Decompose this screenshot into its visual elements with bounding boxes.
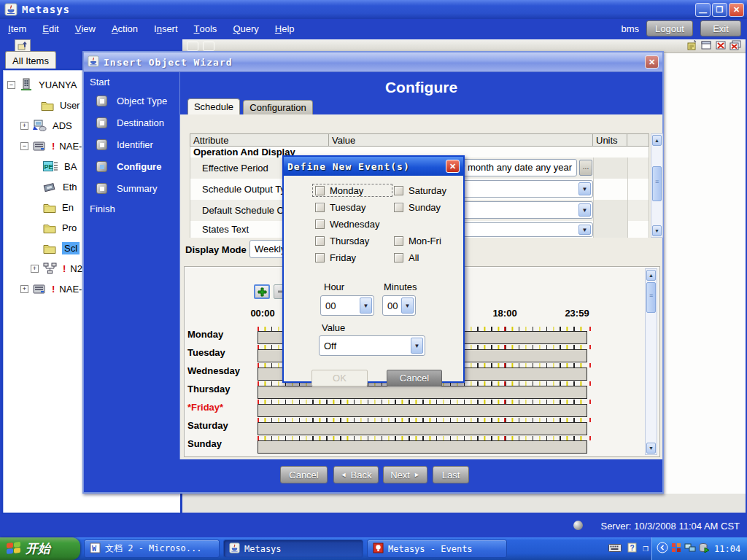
tab-configuration[interactable]: Configuration [243,100,313,114]
checkbox-icon[interactable] [315,236,325,246]
checkbox-sunday[interactable]: Sunday [392,201,449,213]
dialog-titlebar[interactable]: Define New Event(s) ✕ [284,157,463,176]
expand-icon[interactable]: + [20,122,28,130]
scrollbar-thumb[interactable] [646,282,656,313]
cancel-button[interactable]: Cancel [387,370,442,386]
task-metasys[interactable]: Metasys [223,540,363,558]
ellipsis-button[interactable]: ... [579,160,592,176]
tree-label[interactable]: YUANYA [39,79,77,90]
checkbox-saturday[interactable]: Saturday [392,184,449,196]
mdi-ghost-button[interactable] [187,42,198,51]
checkbox-icon[interactable] [315,203,325,212]
nav-step-destination[interactable]: Destination [84,112,179,133]
schedule-track[interactable] [258,436,593,454]
chevron-down-icon[interactable]: ▼ [360,298,372,314]
chevron-down-icon[interactable]: ▼ [578,203,591,217]
alarm-grid-icon[interactable] [671,542,681,555]
network-icon[interactable] [684,542,696,555]
tab-all-items[interactable]: All Items [5,51,56,69]
tree-label[interactable]: En [62,202,74,213]
schedule-track[interactable] [258,400,593,418]
checkbox-tuesday[interactable]: Tuesday [313,201,392,213]
input-help-icon[interactable]: ? [627,542,637,555]
minimize-icon[interactable]: — [695,3,711,17]
chevron-down-icon[interactable]: ▼ [578,225,591,235]
close-window-icon[interactable] [715,39,727,53]
tree-label[interactable]: Eth [63,182,77,192]
task-word-document[interactable]: W 文档 2 - Microso... [84,540,220,558]
checkbox-icon[interactable] [394,253,403,262]
nav-step-configure-active[interactable]: Configure [84,155,179,177]
checkbox-icon[interactable] [315,219,325,229]
checkbox-icon[interactable] [315,253,325,262]
exit-button[interactable]: Exit [700,20,741,36]
checkbox-mon-fri[interactable]: Mon-Fri [392,235,449,246]
checkbox-icon[interactable] [394,236,403,246]
expand-icon[interactable]: + [31,265,39,273]
window-icon[interactable] [700,39,712,53]
chevron-down-icon[interactable]: ▼ [411,338,423,354]
cancel-button[interactable]: Cancel [280,466,328,483]
menu-help[interactable]: Help [267,19,303,38]
nav-step-summary[interactable]: Summary [84,177,179,199]
hide-icons-chevron-icon[interactable] [657,542,668,556]
expand-icon[interactable]: + [20,285,28,293]
checkbox-all[interactable]: All [392,252,449,263]
start-button[interactable]: 开始 [0,537,80,560]
scrollbar-thumb[interactable] [652,166,662,201]
add-event-button[interactable] [254,284,270,299]
ok-button-disabled[interactable]: OK [311,370,368,386]
new-view-icon[interactable] [686,39,697,53]
keyboard-icon[interactable] [608,543,622,555]
next-button[interactable]: Next► [383,466,427,483]
minutes-combo[interactable]: 00▼ [382,295,416,316]
schedule-track[interactable] [258,418,593,436]
scroll-down-icon[interactable]: ▼ [646,443,656,454]
chevron-down-icon[interactable]: ▼ [578,182,591,195]
menu-action[interactable]: Action [104,19,146,38]
checkbox-icon[interactable] [394,203,403,212]
value-combo[interactable]: Off▼ [319,335,425,356]
tab-schedule[interactable]: Schedule [187,98,240,114]
checkbox-thursday[interactable]: Thursday [313,235,392,246]
menu-tools[interactable]: Tools [186,19,225,38]
schedule-scrollbar[interactable]: ▲ ▼ [645,268,657,455]
checkbox-wednesday[interactable]: Wednesday [313,218,392,230]
restore-mini-icon[interactable]: ❐ [643,545,649,553]
table-scrollbar[interactable]: ▲ ▼ [651,133,663,238]
close-all-windows-icon[interactable] [729,39,741,53]
tree-label[interactable]: Pro [62,222,77,233]
hour-combo[interactable]: 00▼ [320,295,374,316]
nav-step-object-type[interactable]: Object Type [84,90,179,112]
menu-edit[interactable]: Edit [34,19,66,38]
scroll-up-icon[interactable]: ▲ [646,270,656,281]
checkbox-icon[interactable] [315,186,325,195]
tree-label[interactable]: BA [64,161,77,172]
mdi-ghost-button[interactable] [203,42,214,51]
nav-step-identifier[interactable]: Identifier [84,133,179,155]
menu-insert[interactable]: Insert [146,19,186,38]
task-metasys-events[interactable]: Metasys - Events [367,540,507,558]
close-icon[interactable]: ✕ [645,55,659,69]
tree-label[interactable]: N2 [70,263,82,274]
collapse-icon[interactable]: − [20,142,28,150]
checkbox-monday[interactable]: Monday [313,184,392,196]
restore-icon[interactable]: ❐ [712,3,727,17]
scroll-down-icon[interactable]: ▼ [652,225,662,236]
chevron-down-icon[interactable]: ▼ [401,298,414,314]
menu-item[interactable]: Item [0,19,34,38]
database-run-icon[interactable] [699,542,710,555]
close-icon[interactable]: ✕ [446,160,460,173]
checkbox-friday[interactable]: Friday [313,252,392,263]
collapse-icon[interactable]: − [7,81,15,89]
close-icon[interactable]: ✕ [729,3,744,17]
last-button[interactable]: Last [433,466,469,483]
back-button[interactable]: ◄Back [333,466,379,483]
wizard-titlebar[interactable]: Insert Object Wizard ✕ [84,52,662,72]
home-toolbar-button[interactable] [15,39,31,52]
tree-label-selected[interactable]: Scl [62,242,80,254]
scroll-up-icon[interactable]: ▲ [652,135,662,146]
menu-view[interactable]: View [67,19,104,38]
checkbox-icon[interactable] [394,186,403,195]
tree-label[interactable]: ADS [53,120,72,131]
